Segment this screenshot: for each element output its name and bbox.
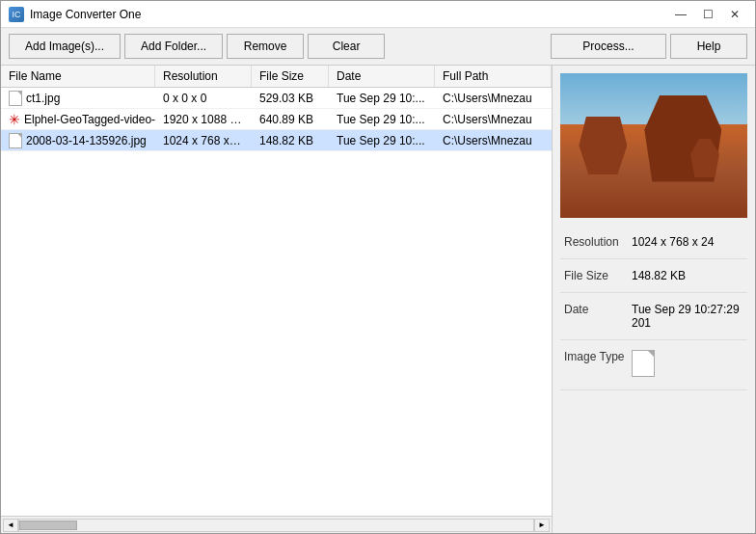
date-value: Tue Sep 29 10:27:29 201 xyxy=(632,303,743,330)
cell-filename: 2008-03-14-135926.jpg xyxy=(1,131,155,150)
mesa-left xyxy=(579,117,627,174)
cell-fullpath: C:\Users\Mnezau xyxy=(435,90,552,107)
process-button[interactable]: Process... xyxy=(551,34,666,59)
meta-resolution-row: Resolution 1024 x 768 x 24 xyxy=(560,226,747,259)
table-body: ct1.jpg 0 x 0 x 0 529.03 KB Tue Sep 29 1… xyxy=(1,88,552,516)
cell-date: Tue Sep 29 10:... xyxy=(329,111,435,128)
meta-imagetype-row: Image Type xyxy=(560,340,747,390)
cell-filesize: 529.03 KB xyxy=(252,90,329,107)
preview-image-inner xyxy=(560,73,747,218)
resolution-label: Resolution xyxy=(564,235,632,249)
toolbar: Add Image(s)... Add Folder... Remove Cle… xyxy=(1,28,755,66)
add-folder-button[interactable]: Add Folder... xyxy=(124,34,223,59)
remove-button[interactable]: Remove xyxy=(227,34,304,59)
resolution-value: 1024 x 768 x 24 xyxy=(632,235,743,249)
scroll-right-button[interactable]: ► xyxy=(534,519,550,532)
meta-filesize-row: File Size 148.82 KB xyxy=(560,259,747,293)
scroll-left-button[interactable]: ◄ xyxy=(3,519,18,532)
file-icon xyxy=(9,91,22,106)
cell-resolution: 1920 x 1088 x 24 xyxy=(155,111,252,128)
cell-resolution: 1024 x 768 x 24 xyxy=(155,132,252,149)
preview-panel: Resolution 1024 x 768 x 24 File Size 148… xyxy=(553,66,755,533)
cell-fullpath: C:\Users\Mnezau xyxy=(435,111,552,128)
imagetype-value xyxy=(632,350,743,380)
table-row[interactable]: ct1.jpg 0 x 0 x 0 529.03 KB Tue Sep 29 1… xyxy=(1,88,552,109)
table-header: File Name Resolution File Size Date Full… xyxy=(1,66,552,88)
file-icon xyxy=(9,133,22,148)
col-header-date: Date xyxy=(329,66,435,87)
cell-resolution: 0 x 0 x 0 xyxy=(155,90,252,107)
help-button[interactable]: Help xyxy=(670,34,747,59)
close-button[interactable]: ✕ xyxy=(722,5,747,24)
error-icon: ✳ xyxy=(9,113,20,126)
table-row[interactable]: ✳ Elphel-GeoTagged-video-... 1920 x 1088… xyxy=(1,109,552,130)
table-row[interactable]: 2008-03-14-135926.jpg 1024 x 768 x 24 14… xyxy=(1,130,552,151)
metadata-section: Resolution 1024 x 768 x 24 File Size 148… xyxy=(560,226,747,390)
cell-date: Tue Sep 29 10:... xyxy=(329,90,435,107)
window-title: Image Converter One xyxy=(30,8,668,21)
col-header-fullpath: Full Path xyxy=(435,66,552,87)
maximize-button[interactable]: ☐ xyxy=(695,5,720,24)
window-controls: — ☐ ✕ xyxy=(668,5,747,24)
horizontal-scrollbar: ◄ ► xyxy=(1,516,552,533)
filesize-label: File Size xyxy=(564,269,632,282)
cell-filename: ct1.jpg xyxy=(1,89,155,108)
cell-date: Tue Sep 29 10:... xyxy=(329,132,435,149)
clear-button[interactable]: Clear xyxy=(308,34,385,59)
app-icon: IC xyxy=(9,7,24,22)
main-content: File Name Resolution File Size Date Full… xyxy=(1,66,755,533)
title-bar: IC Image Converter One — ☐ ✕ xyxy=(1,1,755,28)
file-list-area: File Name Resolution File Size Date Full… xyxy=(1,66,553,533)
image-type-icon xyxy=(632,350,655,377)
col-header-filename: File Name xyxy=(1,66,155,87)
minimize-button[interactable]: — xyxy=(668,5,693,24)
col-header-resolution: Resolution xyxy=(155,66,252,87)
scrollbar-thumb[interactable] xyxy=(19,521,77,530)
cell-filesize: 640.89 KB xyxy=(252,111,329,128)
filesize-value: 148.82 KB xyxy=(632,269,743,282)
cell-filesize: 148.82 KB xyxy=(252,132,329,149)
cell-filename: ✳ Elphel-GeoTagged-video-... xyxy=(1,111,155,128)
cell-fullpath: C:\Users\Mnezau xyxy=(435,132,552,149)
scrollbar-track[interactable] xyxy=(18,519,534,532)
main-window: IC Image Converter One — ☐ ✕ Add Image(s… xyxy=(0,0,756,534)
date-label: Date xyxy=(564,303,632,316)
meta-date-row: Date Tue Sep 29 10:27:29 201 xyxy=(560,293,747,340)
add-images-button[interactable]: Add Image(s)... xyxy=(9,34,121,59)
col-header-filesize: File Size xyxy=(252,66,329,87)
imagetype-label: Image Type xyxy=(564,350,632,363)
preview-image xyxy=(560,73,747,218)
